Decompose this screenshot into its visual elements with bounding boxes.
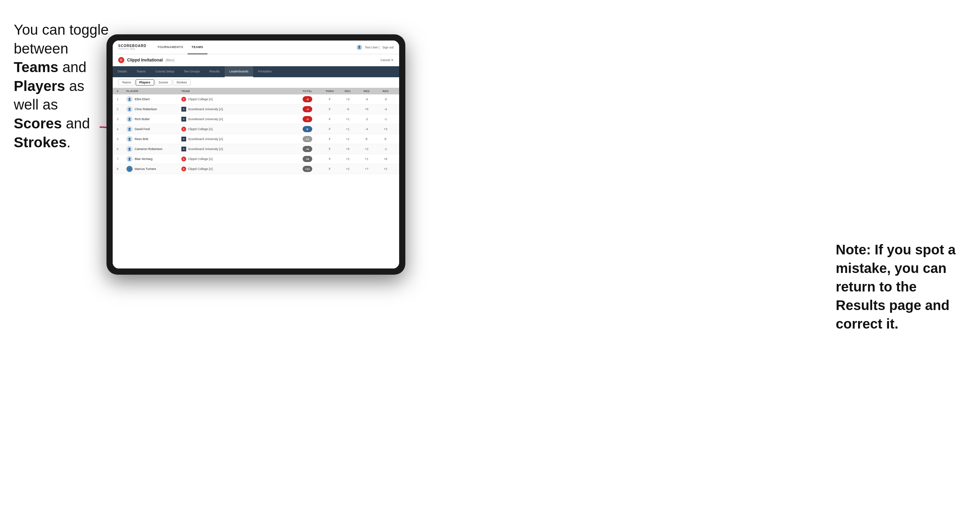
total-score: +6: [302, 146, 312, 152]
thru: F: [321, 167, 338, 171]
table-row: 2 👤 Chris Robertson S Scoreboard Univers…: [113, 104, 399, 114]
total-score: E: [302, 126, 312, 132]
team-cell: C Clippd College [A]: [181, 97, 294, 102]
table-body: 1 👤 Elliot Ebert C Clippd College [A] -8…: [113, 94, 399, 174]
tablet-device: SCOREBOARD Powered by clippd TOURNAMENTS…: [107, 34, 405, 275]
nav-tab-tournaments[interactable]: TOURNAMENTS: [153, 41, 187, 54]
rd3-score: -4: [376, 108, 395, 111]
thru: F: [321, 157, 338, 161]
rank: 6: [117, 147, 126, 151]
rd1-score: +1: [338, 137, 357, 141]
toggle-strokes[interactable]: Strokes: [173, 79, 191, 86]
subnav-printables[interactable]: Printables: [253, 66, 277, 77]
rank: 8: [117, 167, 126, 171]
team-logo-icon: S: [181, 147, 186, 151]
player-cell: 👤 Marcus Turners: [126, 166, 181, 172]
col-rd3: RD3: [376, 90, 395, 93]
app-logo: SCOREBOARD Powered by clippd: [118, 44, 146, 50]
player-avatar: 👤: [126, 96, 133, 102]
user-icon: 👤: [356, 44, 362, 50]
total-score: +1: [302, 136, 312, 142]
player-cell: 👤 Cameron Robertson: [126, 146, 181, 152]
player-avatar: 👤: [126, 126, 133, 132]
team-logo-icon: C: [181, 167, 186, 171]
team-logo-icon: C: [181, 97, 186, 102]
subnav-details[interactable]: Details: [113, 66, 132, 77]
team-logo-icon: S: [181, 137, 186, 141]
team-cell: C Clippd College [A]: [181, 157, 294, 161]
player-avatar: 👤: [126, 136, 133, 142]
player-cell: 👤 Rich Butler: [126, 116, 181, 122]
table-row: 5 👤 Rees Britt S Scoreboard University […: [113, 134, 399, 144]
team-logo-icon: C: [181, 127, 186, 132]
team-logo-icon: C: [181, 157, 186, 161]
player-avatar: 👤: [126, 146, 133, 152]
rd1-score: +1: [338, 117, 357, 121]
table-row: 6 👤 Cameron Robertson S Scoreboard Unive…: [113, 144, 399, 154]
table-row: 8 👤 Marcus Turners C Clippd College [A] …: [113, 164, 399, 174]
player-cell: 👤 Elliot Ebert: [126, 96, 181, 102]
rd2-score: -2: [357, 117, 376, 121]
rd2-score: -4: [357, 127, 376, 131]
rd2-score: -6: [357, 97, 376, 101]
rd2-score: +1: [357, 157, 376, 161]
thru: F: [321, 127, 338, 131]
subnav-results[interactable]: Results: [205, 66, 225, 77]
player-cell: 👤 David Ford: [126, 126, 181, 132]
subnav-leaderboards[interactable]: Leaderboards: [225, 66, 253, 77]
total-score: +8: [302, 156, 312, 162]
team-cell: C Clippd College [A]: [181, 167, 294, 171]
table-row: 3 👤 Rich Butler S Scoreboard University …: [113, 114, 399, 124]
table-header: # PLAYER TEAM TOTAL THRU RD1 RD2 RD3: [113, 88, 399, 94]
tournament-title: Clippd Invitational: [127, 58, 163, 62]
toggle-teams[interactable]: Teams: [118, 79, 135, 86]
rank: 4: [117, 127, 126, 131]
nav-tab-teams[interactable]: TEAMS: [188, 41, 207, 54]
rd3-score: -5: [376, 97, 395, 101]
team-cell: S Scoreboard University [A]: [181, 137, 294, 141]
total-score: -2: [302, 116, 312, 122]
user-menu: 👤 Test User | Sign out: [356, 44, 394, 50]
tournament-subtitle: (Men): [165, 58, 175, 62]
table-row: 1 👤 Elliot Ebert C Clippd College [A] -8…: [113, 94, 399, 104]
team-cell: S Scoreboard University [A]: [181, 107, 294, 111]
player-name: Elliot Ebert: [135, 97, 150, 101]
rank: 5: [117, 137, 126, 141]
rank: 3: [117, 117, 126, 121]
toggle-bar: Teams Players Scores Strokes: [113, 77, 399, 88]
rd1-score: -5: [338, 108, 357, 111]
rd2-score: +5: [357, 108, 376, 111]
col-player: PLAYER: [126, 90, 181, 93]
rd3-score: +2: [376, 167, 395, 171]
team-name: Scoreboard University [A]: [188, 147, 223, 151]
toggle-scores[interactable]: Scores: [155, 79, 172, 86]
player-name: Cameron Robertson: [135, 147, 162, 151]
player-avatar: 👤: [126, 106, 133, 112]
subnav-tee-groups[interactable]: Tee Groups: [179, 66, 205, 77]
player-cell: 👤 Blair McHarg: [126, 156, 181, 162]
col-total: TOTAL: [294, 90, 321, 93]
subnav-course-setup[interactable]: Course Setup: [150, 66, 179, 77]
app-header: SCOREBOARD Powered by clippd TOURNAMENTS…: [113, 41, 399, 54]
rd1-score: +1: [338, 127, 357, 131]
cancel-button[interactable]: Cancel ✕: [380, 58, 394, 62]
player-cell: 👤 Rees Britt: [126, 136, 181, 142]
player-avatar: 👤: [126, 116, 133, 122]
toggle-players[interactable]: Players: [136, 79, 154, 86]
table-row: 7 👤 Blair McHarg C Clippd College [A] +8…: [113, 154, 399, 164]
thru: F: [321, 108, 338, 111]
col-rd2: RD2: [357, 90, 376, 93]
tournament-header: C Clippd Invitational (Men) Cancel ✕: [113, 54, 399, 66]
team-name: Scoreboard University [A]: [188, 108, 223, 111]
thru: F: [321, 97, 338, 101]
signout-link[interactable]: Sign out: [382, 46, 394, 49]
rd3-score: +6: [376, 157, 395, 161]
total-score: -4: [302, 106, 312, 112]
left-annotation: You can toggle between Teams and Players…: [14, 21, 110, 152]
rd2-score: E: [357, 137, 376, 141]
total-score: -8: [302, 96, 312, 102]
logo-title: SCOREBOARD: [118, 44, 146, 48]
subnav-teams[interactable]: Teams: [132, 66, 151, 77]
team-name: Clippd College [A]: [188, 127, 213, 131]
thru: F: [321, 147, 338, 151]
